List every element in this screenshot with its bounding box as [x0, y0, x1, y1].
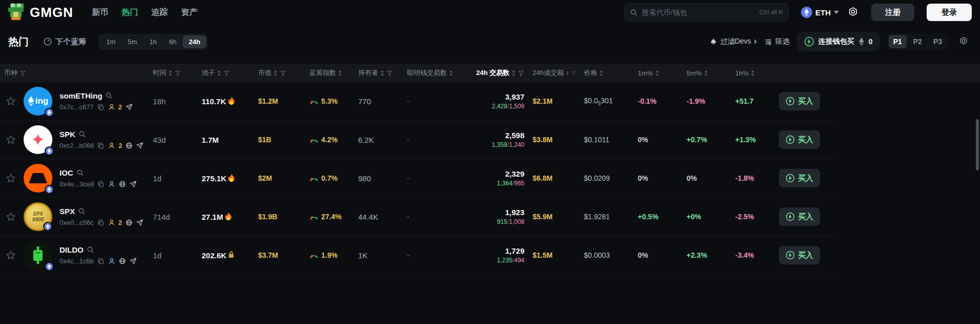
- token-avatar[interactable]: SPX6900: [24, 202, 52, 231]
- dev-count-icon[interactable]: [108, 103, 115, 111]
- dev-count-icon[interactable]: [108, 219, 115, 226]
- column-header-13[interactable]: [775, 64, 834, 82]
- column-header-8[interactable]: 24h成交额: [528, 64, 580, 82]
- search-icon[interactable]: [87, 246, 94, 254]
- column-header-6[interactable]: 聪明钱交易数: [403, 64, 472, 82]
- globe-icon[interactable]: [125, 142, 133, 149]
- telegram-icon[interactable]: [129, 257, 137, 265]
- favorite-star-icon[interactable]: [5, 173, 16, 184]
- filter-devs-button[interactable]: 过滤Devs: [710, 37, 757, 46]
- token-symbol[interactable]: DILDO: [60, 245, 84, 254]
- telegram-icon[interactable]: [129, 180, 137, 188]
- column-header-12[interactable]: 1h%: [731, 64, 775, 82]
- filter-button[interactable]: 筛选: [765, 37, 790, 46]
- copy-icon[interactable]: [97, 103, 105, 111]
- column-header-0[interactable]: 币种: [0, 64, 149, 82]
- column-header-11[interactable]: 5m%: [682, 64, 731, 82]
- token-avatar[interactable]: ✦: [24, 125, 52, 154]
- table-settings-button[interactable]: [958, 36, 969, 47]
- token-symbol[interactable]: SPK: [60, 130, 75, 139]
- token-address[interactable]: 0x4e...3ce8: [60, 180, 94, 188]
- token-address[interactable]: 0x7c...c677: [60, 103, 94, 111]
- table-row[interactable]: SPX6900 SPX 0xe0...c56c: [0, 198, 834, 236]
- column-header-4[interactable]: 蓝筹指数: [305, 64, 354, 82]
- connect-wallet-buy-button[interactable]: 连接钱包买 0: [797, 32, 880, 51]
- timeframe-1h[interactable]: 1h: [143, 35, 163, 48]
- token-avatar[interactable]: [24, 164, 52, 193]
- vertical-scrollbar[interactable]: [976, 119, 979, 170]
- nav-assets[interactable]: 资产: [181, 7, 198, 18]
- search-input[interactable]: [642, 8, 755, 16]
- column-header-7[interactable]: 24h 交易数: [472, 64, 528, 82]
- buy-button[interactable]: 买入: [779, 169, 820, 187]
- copy-icon[interactable]: [97, 257, 105, 265]
- column-header-9[interactable]: 价格: [580, 64, 634, 82]
- globe-icon[interactable]: [125, 219, 133, 226]
- eth-badge-icon: [45, 185, 54, 194]
- login-button[interactable]: 登录: [927, 4, 972, 21]
- settings-button[interactable]: [847, 7, 859, 18]
- search-icon[interactable]: [105, 92, 113, 100]
- nav-trending[interactable]: 热门: [122, 7, 138, 18]
- copy-icon[interactable]: [97, 142, 105, 149]
- next-bluechip-button[interactable]: 下个蓝筹: [43, 37, 86, 47]
- timeframe-6h[interactable]: 6h: [163, 35, 183, 48]
- signup-button[interactable]: 注册: [871, 4, 914, 21]
- preset-p1[interactable]: P1: [889, 35, 907, 48]
- gmgn-logo[interactable]: GMGN: [8, 3, 73, 22]
- dev-count-icon[interactable]: [108, 257, 115, 265]
- table-row[interactable]: ✦ SPK 0xc2...b066: [0, 121, 834, 159]
- buy-button[interactable]: 买入: [779, 130, 820, 149]
- favorite-star-icon[interactable]: [5, 96, 16, 107]
- dev-count-icon[interactable]: [108, 142, 115, 149]
- telegram-icon[interactable]: [125, 103, 133, 111]
- telegram-icon[interactable]: [136, 142, 144, 149]
- favorite-star-icon[interactable]: [5, 134, 16, 145]
- cell-5m-change: +0.7%: [682, 136, 731, 144]
- copy-icon[interactable]: [97, 180, 105, 188]
- token-symbol[interactable]: IOC: [60, 168, 73, 177]
- buy-button[interactable]: 买入: [779, 92, 820, 110]
- timeframe-24h[interactable]: 24h: [183, 35, 206, 48]
- nav-new-pairs[interactable]: 新币: [92, 7, 108, 18]
- nav-track[interactable]: 追踪: [151, 7, 168, 18]
- timeframe-5m[interactable]: 5m: [122, 35, 143, 48]
- buy-button[interactable]: 买入: [779, 246, 820, 264]
- bluechip-gauge-icon: [309, 136, 319, 143]
- telegram-icon[interactable]: [136, 219, 144, 226]
- dev-count-icon[interactable]: [108, 180, 115, 188]
- token-symbol[interactable]: SPX: [60, 207, 75, 216]
- copy-icon[interactable]: [97, 219, 105, 226]
- table-row[interactable]: ing somETHing 0x7c...c677: [0, 82, 834, 121]
- cell-bluechip: 4.2%: [305, 136, 354, 144]
- search-icon[interactable]: [78, 207, 86, 215]
- token-address[interactable]: 0xc2...b066: [60, 142, 94, 149]
- column-header-10[interactable]: 1m%: [634, 64, 682, 82]
- buy-button[interactable]: 买入: [779, 207, 820, 226]
- token-address[interactable]: 0xe0...c56c: [60, 219, 94, 226]
- favorite-star-icon[interactable]: [5, 211, 16, 222]
- table-row[interactable]: DILDO 0x4c...1c6b: [0, 236, 834, 275]
- table-row[interactable]: IOC 0x4e...3ce8: [0, 159, 834, 198]
- sort-arrows-icon: [566, 70, 569, 76]
- token-avatar[interactable]: [24, 241, 52, 270]
- column-header-2[interactable]: 池子: [198, 64, 254, 82]
- favorite-star-icon[interactable]: [5, 250, 16, 261]
- search-icon[interactable]: [79, 130, 86, 138]
- sliders-icon: [765, 38, 772, 46]
- timeframe-1m[interactable]: 1m: [100, 35, 122, 48]
- preset-p3[interactable]: P3: [929, 35, 947, 48]
- chain-selector[interactable]: ETH: [801, 7, 839, 18]
- column-header-1[interactable]: 时间: [149, 64, 198, 82]
- token-symbol[interactable]: somETHing: [60, 91, 102, 100]
- column-header-5[interactable]: 持有者: [354, 64, 403, 82]
- token-address[interactable]: 0x4c...1c6b: [60, 257, 94, 265]
- token-avatar[interactable]: ing: [24, 87, 52, 116]
- search-icon[interactable]: [76, 169, 84, 177]
- preset-p2[interactable]: P2: [909, 35, 927, 48]
- column-header-3[interactable]: 市值: [254, 64, 305, 82]
- search-box[interactable]: Ctrl alt K: [624, 3, 789, 22]
- globe-icon[interactable]: [119, 180, 126, 188]
- eth-badge-icon: [45, 108, 54, 117]
- globe-icon[interactable]: [119, 257, 126, 265]
